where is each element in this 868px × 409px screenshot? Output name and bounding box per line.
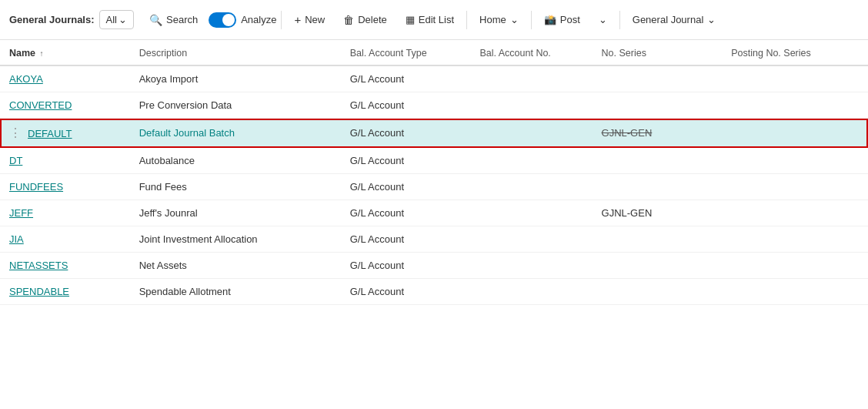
cell-description: Akoya Import: [130, 65, 341, 92]
cell-description: Net Assets: [130, 253, 341, 279]
home-dropdown-button[interactable]: Home ⌄: [472, 10, 526, 29]
cell-name-link[interactable]: AKOYA: [9, 73, 43, 85]
table-row[interactable]: NETASSETSNet AssetsG/L Account: [0, 253, 868, 279]
cell-name-link[interactable]: DEFAULT: [28, 128, 72, 139]
cell-bal-account-type: G/L Account: [341, 200, 471, 226]
cell-name-link[interactable]: DT: [9, 155, 22, 166]
cell-no-series: GJNL-GEN: [593, 200, 723, 226]
cell-name-link[interactable]: FUNDFEES: [9, 181, 63, 193]
cell-posting-no-series: [722, 200, 868, 226]
general-journal-dropdown-button[interactable]: General Journal ⌄: [625, 10, 724, 29]
toolbar: General Journals: All ⌄ 🔍 Search Analyze…: [0, 0, 868, 40]
cell-posting-no-series: [722, 148, 868, 174]
cell-bal-account-type: G/L Account: [341, 148, 471, 174]
table-body: AKOYAAkoya ImportG/L AccountCONVERTEDPre…: [0, 65, 868, 305]
delete-icon: 🗑: [343, 14, 354, 26]
col-header-posting-no-series[interactable]: Posting No. Series: [722, 40, 868, 65]
cell-no-series: [593, 92, 723, 119]
analyze-toggle-switch[interactable]: [209, 12, 236, 28]
analyze-toggle-group: Analyze: [209, 12, 276, 28]
cell-no-series: [593, 279, 723, 305]
cell-description: Fund Fees: [130, 174, 341, 200]
cell-bal-account-no: [470, 119, 592, 148]
table-row[interactable]: AKOYAAkoya ImportG/L Account: [0, 65, 868, 92]
cell-bal-account-no: [470, 253, 592, 279]
post-button[interactable]: 📸 Post: [536, 10, 588, 29]
col-header-name[interactable]: Name ↑: [0, 40, 130, 65]
new-label: New: [305, 14, 325, 25]
cell-name-link[interactable]: CONVERTED: [9, 99, 72, 111]
cell-bal-account-type: G/L Account: [341, 119, 471, 148]
cell-posting-no-series: [722, 226, 868, 253]
table-row[interactable]: FUNDFEESFund FeesG/L Account: [0, 174, 868, 200]
journal-list-table: Name ↑ Description Bal. Account Type Bal…: [0, 40, 868, 305]
cell-description: Pre Conversion Data: [130, 92, 341, 119]
cell-no-series: [593, 174, 723, 200]
col-header-no-series[interactable]: No. Series: [593, 40, 723, 65]
cell-description: Default Journal Batch: [130, 119, 341, 148]
cell-name[interactable]: ⋮DEFAULT: [0, 119, 130, 148]
cell-description: Spendable Allotment: [130, 279, 341, 305]
new-button[interactable]: + New: [286, 9, 332, 30]
cell-bal-account-no: [470, 92, 592, 119]
journal-list-table-container: Name ↑ Description Bal. Account Type Bal…: [0, 40, 868, 305]
edit-list-button[interactable]: ▦ Edit List: [398, 10, 462, 29]
search-button[interactable]: 🔍 Search: [142, 10, 205, 30]
cell-name[interactable]: FUNDFEES: [0, 174, 130, 200]
cell-posting-no-series: [722, 119, 868, 148]
cell-name-link[interactable]: NETASSETS: [9, 260, 68, 271]
col-header-bal-account-type[interactable]: Bal. Account Type: [341, 40, 471, 65]
table-header-row: Name ↑ Description Bal. Account Type Bal…: [0, 40, 868, 65]
table-row[interactable]: JEFFJeff's JounralG/L AccountGJNL-GEN: [0, 200, 868, 226]
col-header-description[interactable]: Description: [130, 40, 341, 65]
cell-bal-account-type: G/L Account: [341, 174, 471, 200]
cell-name[interactable]: JIA: [0, 226, 130, 253]
search-icon: 🔍: [149, 14, 162, 26]
cell-name-link[interactable]: SPENDABLE: [9, 286, 69, 297]
cell-bal-account-no: [470, 200, 592, 226]
table-row[interactable]: DTAutobalanceG/L Account: [0, 148, 868, 174]
cell-no-series: [593, 226, 723, 253]
filter-value: All: [106, 14, 117, 25]
cell-name[interactable]: JEFF: [0, 200, 130, 226]
post-more-chevron-icon: ⌄: [599, 14, 607, 25]
cell-posting-no-series: [722, 253, 868, 279]
sort-asc-icon: ↑: [40, 49, 44, 58]
plus-icon: +: [294, 13, 301, 26]
home-chevron-icon: ⌄: [510, 14, 519, 25]
delete-button[interactable]: 🗑 Delete: [336, 10, 395, 30]
delete-label: Delete: [358, 14, 387, 25]
cell-bal-account-no: [470, 279, 592, 305]
table-row[interactable]: SPENDABLESpendable AllotmentG/L Account: [0, 279, 868, 305]
cell-description: Joint Investment Allocation: [130, 226, 341, 253]
cell-name[interactable]: NETASSETS: [0, 253, 130, 279]
post-more-button[interactable]: ⌄: [591, 10, 615, 29]
cell-name[interactable]: DT: [0, 148, 130, 174]
cell-bal-account-no: [470, 65, 592, 92]
cell-name[interactable]: AKOYA: [0, 65, 130, 92]
cell-name-link[interactable]: JEFF: [9, 207, 33, 219]
filter-dropdown[interactable]: All ⌄: [99, 10, 134, 29]
cell-name[interactable]: SPENDABLE: [0, 279, 130, 305]
cell-no-series: [593, 253, 723, 279]
cell-name[interactable]: CONVERTED: [0, 92, 130, 119]
table-row[interactable]: ⋮DEFAULTDefault Journal BatchG/L Account…: [0, 119, 868, 148]
col-header-bal-account-no[interactable]: Bal. Account No.: [470, 40, 592, 65]
cell-posting-no-series: [722, 92, 868, 119]
analyze-label: Analyze: [241, 14, 276, 25]
separator-4: [619, 11, 620, 29]
post-label: Post: [560, 14, 580, 25]
table-row[interactable]: JIAJoint Investment AllocationG/L Accoun…: [0, 226, 868, 253]
drag-handle-icon[interactable]: ⋮: [9, 126, 25, 139]
table-row[interactable]: CONVERTEDPre Conversion DataG/L Account: [0, 92, 868, 119]
no-series-value: GJNL-GEN: [602, 207, 653, 219]
cell-bal-account-type: G/L Account: [341, 92, 471, 119]
cell-posting-no-series: [722, 174, 868, 200]
cell-bal-account-no: [470, 174, 592, 200]
cell-name-link[interactable]: JIA: [9, 233, 24, 245]
no-series-value: GJNL-GEN: [602, 127, 653, 139]
cell-no-series: GJNL-GEN: [593, 119, 723, 148]
separator-3: [531, 11, 532, 29]
general-journal-label: General Journal: [633, 14, 704, 25]
edit-list-icon: ▦: [406, 14, 415, 25]
